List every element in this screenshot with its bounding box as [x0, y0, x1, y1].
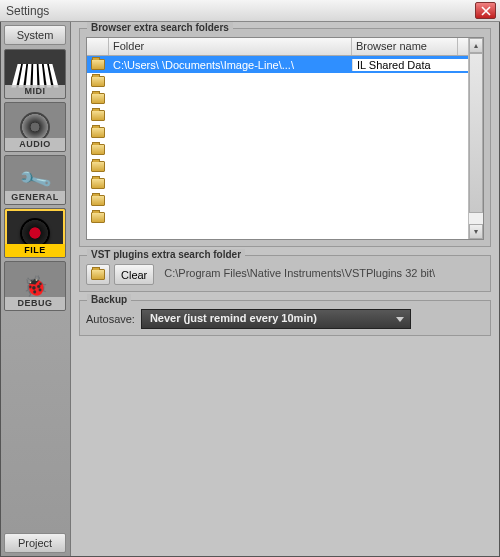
col-end	[458, 38, 468, 55]
main-area: System MIDI AUDIO 🔧 GENERAL FILE 🐞 DEBUG…	[0, 22, 500, 557]
sidebar-tab-midi[interactable]: MIDI	[4, 49, 66, 99]
row-folder-icon-cell	[87, 161, 109, 172]
row-folder-icon-cell	[87, 127, 109, 138]
folder-table: Folder Browser name C:\Users\ \Documents…	[86, 37, 484, 240]
sidebar: System MIDI AUDIO 🔧 GENERAL FILE 🐞 DEBUG…	[1, 22, 71, 556]
col-folder[interactable]: Folder	[109, 38, 352, 55]
table-row[interactable]: C:\Users\ \Documents\Image-Line\...\IL S…	[87, 56, 468, 73]
autosave-dropdown[interactable]: Never (just remind every 10min)	[141, 309, 411, 329]
folder-icon	[91, 127, 105, 138]
vst-folder-group: VST plugins extra search folder Clear C:…	[79, 255, 491, 292]
folder-icon	[91, 59, 105, 70]
browser-folders-group: Browser extra search folders Folder Brow…	[79, 28, 491, 247]
vst-path-value: C:\Program Files\Native Instruments\VSTP…	[158, 264, 484, 285]
scroll-down-button[interactable]: ▾	[469, 224, 483, 239]
table-row[interactable]	[87, 90, 468, 107]
row-folder-icon-cell	[87, 144, 109, 155]
folder-icon	[91, 195, 105, 206]
clear-button[interactable]: Clear	[114, 264, 154, 285]
table-row[interactable]	[87, 192, 468, 209]
row-folder-icon-cell	[87, 76, 109, 87]
row-folder-icon-cell	[87, 93, 109, 104]
scroll-track[interactable]	[469, 53, 483, 224]
folder-icon	[91, 161, 105, 172]
sidebar-tab-label: MIDI	[5, 85, 65, 98]
folder-icon	[91, 110, 105, 121]
content-panel: Browser extra search folders Folder Brow…	[71, 22, 499, 556]
folder-icon	[91, 93, 105, 104]
table-body: C:\Users\ \Documents\Image-Line\...\IL S…	[87, 56, 468, 239]
scroll-up-button[interactable]: ▴	[469, 38, 483, 53]
row-folder-path: C:\Users\ \Documents\Image-Line\...\	[109, 59, 352, 71]
sidebar-tab-label: DEBUG	[5, 297, 65, 310]
row-folder-icon-cell	[87, 178, 109, 189]
row-folder-icon-cell	[87, 212, 109, 223]
sidebar-tab-label: AUDIO	[5, 138, 65, 151]
autosave-label: Autosave:	[86, 313, 135, 325]
col-icon[interactable]	[87, 38, 109, 55]
sidebar-tab-label: FILE	[5, 244, 65, 257]
group-title: VST plugins extra search folder	[87, 249, 245, 260]
table-row[interactable]	[87, 124, 468, 141]
titlebar: Settings	[0, 0, 500, 22]
row-folder-icon-cell	[87, 59, 109, 70]
folder-icon	[91, 76, 105, 87]
table-row[interactable]	[87, 158, 468, 175]
row-folder-icon-cell	[87, 195, 109, 206]
scroll-thumb[interactable]	[469, 53, 483, 213]
table-row[interactable]	[87, 73, 468, 90]
folder-icon	[91, 269, 105, 280]
group-title: Browser extra search folders	[87, 22, 233, 33]
sidebar-tab-debug[interactable]: 🐞 DEBUG	[4, 261, 66, 311]
folder-icon	[91, 212, 105, 223]
close-button[interactable]	[475, 2, 496, 19]
system-button[interactable]: System	[4, 25, 66, 45]
close-icon	[481, 6, 491, 16]
table-row[interactable]	[87, 209, 468, 226]
browse-folder-button[interactable]	[86, 264, 110, 285]
row-browser-name[interactable]: IL Shared Data	[352, 59, 468, 71]
backup-group: Backup Autosave: Never (just remind ever…	[79, 300, 491, 336]
folder-icon	[91, 178, 105, 189]
table-header: Folder Browser name	[87, 38, 468, 56]
window-title: Settings	[6, 4, 49, 18]
col-browser-name[interactable]: Browser name	[352, 38, 458, 55]
vertical-scrollbar[interactable]: ▴ ▾	[468, 38, 483, 239]
group-title: Backup	[87, 294, 131, 305]
sidebar-tab-audio[interactable]: AUDIO	[4, 102, 66, 152]
row-folder-icon-cell	[87, 110, 109, 121]
bug-icon: 🐞	[22, 273, 48, 299]
project-button[interactable]: Project	[4, 533, 66, 553]
table-row[interactable]	[87, 107, 468, 124]
sidebar-tab-general[interactable]: 🔧 GENERAL	[4, 155, 66, 205]
sidebar-tab-file[interactable]: FILE	[4, 208, 66, 258]
table-row[interactable]	[87, 141, 468, 158]
folder-icon	[91, 144, 105, 155]
sidebar-tab-label: GENERAL	[5, 191, 65, 204]
table-row[interactable]	[87, 175, 468, 192]
